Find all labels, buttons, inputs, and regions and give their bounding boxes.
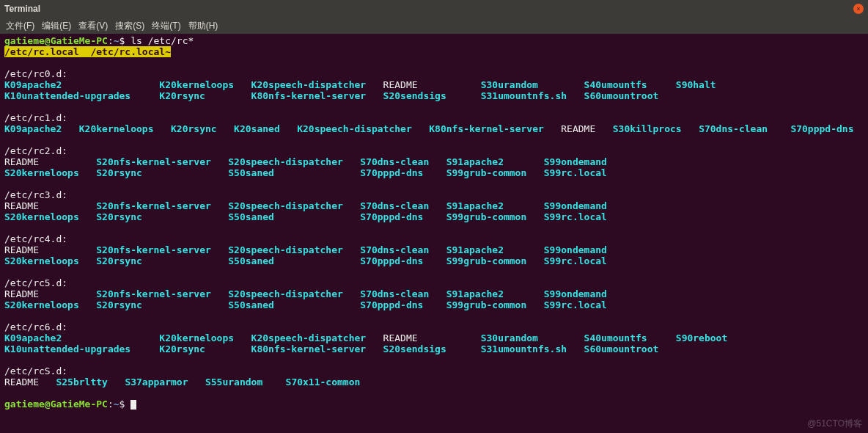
ls-entry: S70pppd-dns xyxy=(360,211,423,222)
ls-entry: S99ondemand xyxy=(544,156,607,167)
ls-entry: S90reboot xyxy=(676,332,727,343)
section-header: /etc/rc5.d: xyxy=(4,277,67,288)
ls-entry: S20kerneloops xyxy=(4,167,79,178)
ls-entry: S40umountfs xyxy=(584,79,647,90)
ls-entry: README xyxy=(383,332,418,343)
ls-entry: S20kerneloops xyxy=(4,211,79,222)
ls-entry: S70pppd-dns xyxy=(360,255,423,266)
ls-entry: S20sendsigs xyxy=(383,343,446,354)
ls-entry: README xyxy=(383,79,418,90)
ls-entry: S25brltty xyxy=(56,376,107,387)
ls-entry: K20rsync xyxy=(171,123,217,134)
prompt-path: ~ xyxy=(114,399,119,410)
ls-entry: K80nfs-kernel-server xyxy=(429,123,544,134)
ls-entry: K80nfs-kernel-server xyxy=(251,343,367,354)
ls-entry: README xyxy=(4,200,39,211)
ls-entry: K20speech-dispatcher xyxy=(297,123,412,134)
ls-entry: S20nfs-kernel-server xyxy=(96,200,211,211)
command: ls /etc/rc* xyxy=(130,35,194,46)
ls-entry: S20kerneloops xyxy=(4,255,79,266)
ls-entry: K80nfs-kernel-server xyxy=(251,90,367,101)
ls-entry: S60umountroot xyxy=(584,343,659,354)
ls-entry: S30urandom xyxy=(481,79,538,90)
ls-entry: K20kerneloops xyxy=(159,332,234,343)
ls-entry: S99grub-common xyxy=(446,167,527,178)
window-title: Terminal xyxy=(4,4,853,14)
ls-entry: README xyxy=(4,376,39,387)
prompt-host: GatieMe-PC xyxy=(51,35,108,46)
ls-entry: S99rc.local xyxy=(544,211,607,222)
prompt-path: ~ xyxy=(114,35,119,46)
section-header: /etc/rc1.d: xyxy=(4,112,67,123)
menu-help[interactable]: 帮助(H) xyxy=(188,20,218,32)
section-header: /etc/rc2.d: xyxy=(4,145,67,156)
ls-entry: S60umountroot xyxy=(584,90,659,101)
section-header: /etc/rc6.d: xyxy=(4,321,67,332)
ls-entry: S70dns-clean xyxy=(360,200,429,211)
section-header: /etc/rc3.d: xyxy=(4,189,67,200)
section-header: /etc/rcS.d: xyxy=(4,365,67,376)
menu-file[interactable]: 文件(F) xyxy=(6,20,34,32)
ls-entry: S40umountfs xyxy=(584,332,647,343)
prompt-host: GatieMe-PC xyxy=(51,399,108,410)
cursor xyxy=(130,400,136,410)
ls-entry: S20kerneloops xyxy=(4,299,79,310)
prompt-user: gatieme xyxy=(4,35,45,46)
ls-entry: K20rsync xyxy=(159,343,205,354)
prompt-user: gatieme xyxy=(4,399,45,410)
menu-edit[interactable]: 编辑(E) xyxy=(42,20,71,32)
ls-entry: S91apache2 xyxy=(446,244,504,255)
ls-entry: S99rc.local xyxy=(544,255,607,266)
ls-entry: S90halt xyxy=(676,79,716,90)
ls-entry: S50saned xyxy=(228,167,274,178)
ls-entry: S31umountnfs.sh xyxy=(481,90,567,101)
menu-search[interactable]: 搜索(S) xyxy=(115,20,144,32)
ls-entry: K20speech-dispatcher xyxy=(251,79,367,90)
ls-entry: S99grub-common xyxy=(446,255,527,266)
ls-entry: S20speech-dispatcher xyxy=(228,288,343,299)
ls-entry: S30urandom xyxy=(481,332,538,343)
ls-entry: S20speech-dispatcher xyxy=(228,156,343,167)
ls-entry: K20kerneloops xyxy=(159,79,234,90)
ls-entry: S99ondemand xyxy=(544,288,607,299)
ls-entry: S20sendsigs xyxy=(383,90,446,101)
ls-entry: S99rc.local xyxy=(544,299,607,310)
ls-file: /etc/rc.local /etc/rc.local~ xyxy=(4,46,171,57)
ls-entry: S91apache2 xyxy=(446,156,504,167)
ls-entry: README xyxy=(4,156,39,167)
section-header: /etc/rc0.d: xyxy=(4,68,67,79)
ls-entry: S99rc.local xyxy=(544,167,607,178)
close-icon[interactable]: × xyxy=(853,4,864,14)
menu-terminal[interactable]: 终端(T) xyxy=(152,20,180,32)
ls-entry: S20rsync xyxy=(96,299,142,310)
ls-entry: S91apache2 xyxy=(446,288,504,299)
titlebar[interactable]: Terminal × xyxy=(0,0,868,18)
ls-entry: S50saned xyxy=(228,211,274,222)
ls-entry: S99grub-common xyxy=(446,211,527,222)
ls-entry: K09apache2 xyxy=(4,332,62,343)
menu-view[interactable]: 查看(V) xyxy=(78,20,108,32)
ls-entry: S99grub-common xyxy=(446,299,527,310)
ls-entry: S20nfs-kernel-server xyxy=(96,156,211,167)
ls-entry: README xyxy=(4,244,39,255)
ls-entry: S70dns-clean xyxy=(360,156,429,167)
ls-entry: K10unattended-upgrades xyxy=(4,90,130,101)
ls-entry: S20nfs-kernel-server xyxy=(96,244,211,255)
ls-entry: S50saned xyxy=(228,299,274,310)
ls-entry: K09apache2 xyxy=(4,123,62,134)
ls-entry: README xyxy=(561,123,595,134)
ls-entry: S55urandom xyxy=(205,376,262,387)
terminal-content[interactable]: gatieme@GatieMe-PC:~$ ls /etc/rc* /etc/r… xyxy=(0,34,868,411)
ls-entry: S20speech-dispatcher xyxy=(228,200,343,211)
ls-entry: K20kerneloops xyxy=(79,123,154,134)
watermark: @51CTO博客 xyxy=(807,418,862,430)
ls-entry: S20rsync xyxy=(96,167,142,178)
ls-entry: S50saned xyxy=(228,255,274,266)
ls-entry: S20nfs-kernel-server xyxy=(96,288,211,299)
ls-entry: S70dns-clean xyxy=(360,244,429,255)
ls-entry: README xyxy=(4,288,39,299)
ls-entry: S70pppd-dns xyxy=(360,299,423,310)
ls-entry: S91apache2 xyxy=(446,200,504,211)
ls-entry: K20rsync xyxy=(159,90,205,101)
ls-entry: S99ondemand xyxy=(544,200,607,211)
